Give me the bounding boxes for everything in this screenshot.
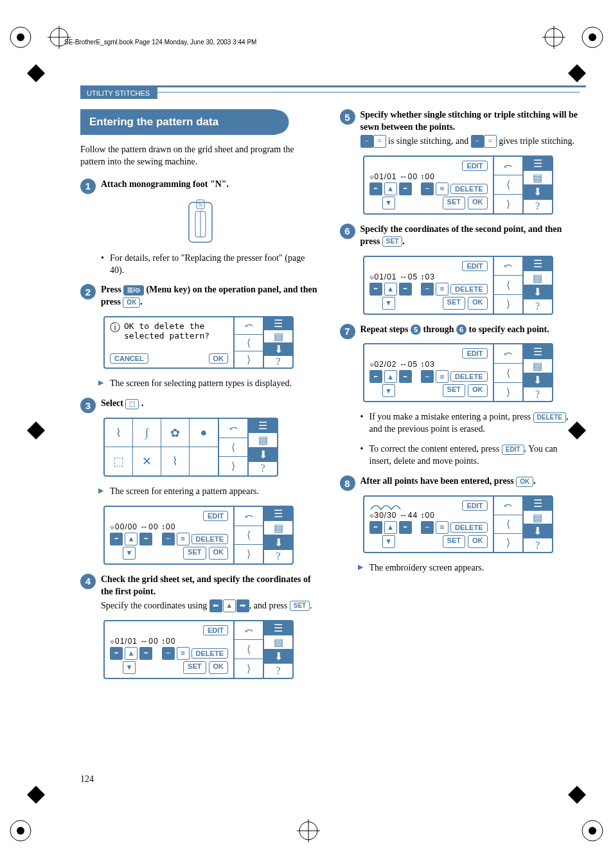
step-head: Press ☰/⊙ (Menu key) on the operation pa… <box>101 284 321 308</box>
svg-point-1 <box>17 33 24 41</box>
coord-display: ⟐01/01 ↔00 ↕00 <box>110 637 228 646</box>
back-icon: ⤺ <box>235 317 263 334</box>
left-arrow-icon: ⬅ <box>110 533 123 545</box>
lcd-figure: EDIT ⟐01/01 ↔00 ↕00 ⬅▲➡−≡DELETE ▼SETOK ⤺… <box>363 155 580 215</box>
save-icon: ⬇ <box>249 448 277 462</box>
custom-stitch-icon: ⬚ <box>125 399 139 409</box>
lcd-figure: ⓘOK to delete theselected pattern? CANCE… <box>103 316 321 369</box>
regmark-icon <box>8 818 33 844</box>
lcd-figure: EDIT ⟐01/01 ↔00 ↕00 ⬅▲➡−≡DELETE ▼SETOK ⤺… <box>103 620 321 679</box>
down-arrow-icon: ▼ <box>123 547 136 560</box>
step-badge: 1 <box>80 179 96 194</box>
step-head: Repeat steps 5 through 6 to specify each… <box>360 324 580 336</box>
ok-button: OK <box>209 353 229 364</box>
lcd-figure: ⌇∫✿● ⬚✕⌇ ⤺⟨⟩ ☰▤⬇? <box>103 418 321 477</box>
step-head: Select ⬚ . <box>101 398 321 410</box>
edit-button: EDIT <box>203 625 228 635</box>
page-icon: ▤ <box>264 330 292 343</box>
nav-icon: ⟩ <box>235 351 263 368</box>
help-icon: ? <box>264 356 292 368</box>
step-head: After all points have been entered, pres… <box>360 475 580 488</box>
step-note: If you make a mistake entering a point, … <box>369 411 580 436</box>
step-body: −≡ is single stitching, and −≡ gives tri… <box>360 135 580 148</box>
set-key: SET <box>382 236 402 247</box>
ok-button: OK <box>209 547 229 560</box>
menu-key-icon: ☰/⊙ <box>123 285 144 296</box>
menu-icon: ☰ <box>264 317 292 330</box>
step-head: Specify the coordinates of the second po… <box>360 224 580 248</box>
up-arrow-icon: ▲ <box>125 533 138 545</box>
single-stitch-icon: − <box>162 533 175 545</box>
help-icon: ? <box>264 550 292 563</box>
step-7: 7 Repeat steps 5 through 6 to specify ea… <box>340 324 580 336</box>
step-result: The screen for entering a pattern appear… <box>110 486 321 498</box>
page-number: 124 <box>80 774 94 784</box>
back-icon: ⤺ <box>235 507 263 526</box>
step-badge: 3 <box>80 398 96 413</box>
menu-icon: ☰ <box>249 419 277 433</box>
stitch-icon: ✿ <box>161 419 190 447</box>
lcd-figure: EDIT ⟐30/30 ↔44 ↕00 ⬅▲➡−≡DELETE ▼SETOK ⤺… <box>363 495 580 553</box>
stitch-icon: ⌇ <box>161 447 190 475</box>
step-badge: 5 <box>340 109 355 125</box>
regmark-icon <box>541 24 567 50</box>
stitch-icon: ✕ <box>133 447 161 475</box>
nav-icon: ⟨ <box>219 438 247 457</box>
lcd-figure: EDIT ⟐00/00 ↔00 ↕00 ⬅▲➡−≡DELETE ▼SETOK ⤺… <box>103 506 321 565</box>
svg-point-9 <box>589 33 596 41</box>
step-3: 3 Select ⬚ . <box>80 398 321 410</box>
stitch-icon <box>190 447 218 475</box>
edit-button: EDIT <box>203 511 228 521</box>
stitch-icon: ∫ <box>133 419 161 447</box>
triple-stitch-icon: ≡ <box>177 533 190 545</box>
step-2: 2 Press ☰/⊙ (Menu key) on the operation … <box>80 284 321 308</box>
save-icon: ⬇ <box>264 535 292 549</box>
step-badge: 2 <box>80 284 96 299</box>
page-icon: ▤ <box>264 521 292 535</box>
triple-stitch-icon: ≡ <box>373 135 386 148</box>
step-result: The embroidery screen appears. <box>369 562 580 574</box>
regmark-icon <box>8 24 33 50</box>
single-stitch-icon: − <box>360 135 373 148</box>
nav-icon: ⟩ <box>235 545 263 563</box>
lcd-figure: EDIT ⟐02/02 ↔05 ↕03 ⬅▲➡−≡DELETE ▼SETOK ⤺… <box>363 343 580 402</box>
delete-button: DELETE <box>191 534 228 544</box>
delete-key: DELETE <box>533 412 566 423</box>
pattern-preview-icon <box>369 500 402 511</box>
nav-icon: ⟩ <box>219 457 247 475</box>
edit-key: EDIT <box>502 445 524 455</box>
regmark-icon <box>564 782 590 808</box>
svg-point-11 <box>17 827 24 835</box>
step-note: For details, refer to "Replacing the pre… <box>110 252 321 277</box>
step-result: The screen for selecting pattern types i… <box>110 378 321 390</box>
step-1: 1 Attach monogramming foot "N". <box>80 179 321 191</box>
page-title: Entering the pattern data <box>80 109 285 135</box>
step-badge: 8 <box>340 475 355 491</box>
step-body: Specify the coordinates using ⬅▲➡, and p… <box>101 599 321 612</box>
right-arrow-icon: ➡ <box>139 533 152 545</box>
up-arrow-icon: ▲ <box>223 599 236 612</box>
step-8: 8 After all points have been entered, pr… <box>340 475 580 488</box>
ref-step-6: 6 <box>456 324 466 335</box>
step-head: Specify whether single stitching or trip… <box>360 109 580 134</box>
regmark-icon <box>23 418 49 443</box>
stitch-icon: ⬚ <box>105 447 133 475</box>
regmark-icon <box>580 818 605 844</box>
right-arrow-icon: ➡ <box>236 599 249 612</box>
regmark-icon <box>23 782 49 808</box>
step-badge: 4 <box>80 574 96 589</box>
nav-icon: ⟨ <box>235 526 263 545</box>
left-arrow-icon: ⬅ <box>209 599 222 612</box>
ref-step-5: 5 <box>411 324 421 335</box>
back-icon: ⤺ <box>219 419 247 438</box>
set-button: SET <box>183 547 206 560</box>
menu-icon: ☰ <box>264 507 292 521</box>
regmark-icon <box>580 24 605 50</box>
step-5: 5 Specify whether single stitching or tr… <box>340 109 580 148</box>
stitch-icon: ⌇ <box>105 419 133 447</box>
dash-line <box>157 92 580 93</box>
step-head: Check the grid sheet set, and specify th… <box>101 574 321 598</box>
regmark-icon <box>46 24 72 50</box>
step-6: 6 Specify the coordinates of the second … <box>340 224 580 248</box>
help-icon: ? <box>249 462 277 475</box>
